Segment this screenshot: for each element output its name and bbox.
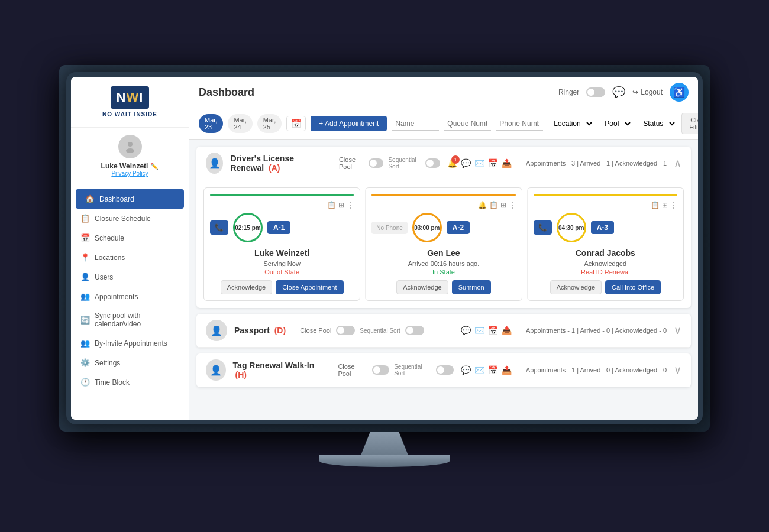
- ringer-toggle[interactable]: [586, 87, 605, 97]
- calendar-icon-button-tag-renewal[interactable]: 📅: [488, 365, 498, 375]
- sequential-sort-toggle-passport[interactable]: [405, 326, 424, 335]
- edit-icon[interactable]: ✏️: [150, 163, 159, 170]
- date-pill-mar25[interactable]: Mar, 25: [257, 114, 282, 133]
- sidebar-item-by-invite[interactable]: 👥 By-Invite Appointments: [71, 333, 189, 353]
- queue-badge-a2: A-2: [447, 221, 470, 234]
- message-icon-button[interactable]: ✉️: [474, 158, 484, 168]
- more-icon[interactable]: ⋮: [670, 201, 677, 209]
- acknowledge-button-a1[interactable]: Acknowledge: [221, 280, 272, 294]
- expand-button-tag-renewal[interactable]: ∨: [674, 364, 681, 377]
- sidebar-item-sync-pool[interactable]: 🔄 Sync pool with calendar/video: [71, 306, 189, 333]
- more-icon[interactable]: ⋮: [509, 201, 516, 209]
- phone-filter-input[interactable]: [496, 117, 543, 131]
- customer-note-a2: In State: [371, 268, 515, 275]
- svg-point-0: [128, 142, 133, 147]
- queue-controls: Close Pool Sequential Sort: [339, 156, 440, 170]
- customer-status-a1: Serving Now: [210, 260, 354, 267]
- queue-section-drivers-license: 👤 Driver's License Renewal (A) Close Poo…: [196, 147, 691, 308]
- call-into-office-button-a3[interactable]: Call Into Office: [605, 280, 661, 294]
- name-filter-input[interactable]: [392, 117, 439, 131]
- sequential-sort-label: Sequential Sort: [388, 157, 420, 170]
- status-filter-select[interactable]: Status: [637, 116, 677, 131]
- sidebar-item-locations[interactable]: 📍 Locations: [71, 248, 189, 267]
- privacy-policy-link[interactable]: Privacy Policy: [78, 170, 182, 177]
- stand-neck: [361, 432, 408, 455]
- sidebar-item-dashboard[interactable]: 🏠 Dashboard: [76, 189, 184, 209]
- collapse-button[interactable]: ∧: [674, 157, 681, 170]
- queue-name: Driver's License Renewal (A): [230, 154, 325, 173]
- queue-letter-passport: (D): [274, 326, 286, 335]
- chat-icon-button-tag-renewal[interactable]: 💬: [461, 365, 471, 375]
- users-icon: 👤: [80, 273, 90, 281]
- close-pool-toggle-passport[interactable]: [336, 326, 355, 335]
- sidebar-item-label: Users: [95, 273, 113, 281]
- more-icon[interactable]: ⋮: [347, 201, 354, 209]
- settings-icon: ⚙️: [80, 358, 90, 367]
- card-actions-a1: Acknowledge Close Appointment: [210, 280, 354, 294]
- chat-icon-button[interactable]: 💬: [461, 158, 471, 168]
- logout-icon: ↪: [632, 88, 638, 96]
- customer-note-a3: Real ID Renewal: [534, 268, 677, 275]
- phone-button-a3[interactable]: 📞: [534, 220, 552, 235]
- sidebar-item-users[interactable]: 👤 Users: [71, 267, 189, 287]
- message-icon-button-passport[interactable]: ✉️: [474, 326, 484, 335]
- queue-number-filter-input[interactable]: [444, 117, 491, 131]
- accessibility-button[interactable]: ♿: [670, 83, 689, 102]
- sequential-sort-toggle[interactable]: [425, 158, 440, 168]
- close-pool-label: Close Pool: [339, 156, 364, 170]
- date-pill-mar23[interactable]: Mar, 23: [199, 114, 223, 133]
- chat-icon-button-passport[interactable]: 💬: [461, 326, 471, 335]
- acknowledge-button-a3[interactable]: Acknowledge: [550, 280, 602, 294]
- acknowledge-button-a2[interactable]: Acknowledge: [396, 280, 448, 294]
- date-pill-mar24[interactable]: Mar, 24: [228, 114, 252, 133]
- sidebar-item-label: Locations: [95, 254, 125, 262]
- calendar-button[interactable]: 📅: [286, 116, 306, 131]
- close-pool-toggle[interactable]: [369, 158, 383, 168]
- customer-note-a1: Out of State: [210, 268, 354, 275]
- time-circle-a2: 03:00 pm: [412, 213, 442, 242]
- location-filter-select[interactable]: Location: [548, 116, 594, 131]
- phone-button-a1[interactable]: 📞: [210, 220, 228, 235]
- close-appointment-button-a1[interactable]: Close Appointment: [276, 280, 343, 294]
- share-icon-button-passport[interactable]: 📤: [502, 326, 512, 335]
- summon-button-a2[interactable]: Summon: [452, 280, 491, 294]
- close-pool-toggle-tag-renewal[interactable]: [372, 365, 390, 375]
- page-title: Dashboard: [199, 86, 254, 99]
- sidebar-item-schedule[interactable]: 📅 Schedule: [71, 228, 189, 248]
- card-time-row: No Phone 03:00 pm A-2: [371, 213, 515, 242]
- time-block-icon: 🕐: [80, 378, 90, 387]
- sequential-sort-toggle-tag-renewal[interactable]: [436, 365, 454, 375]
- queue-stats-tag-renewal: Appointments - 1 | Arrived - 0 | Acknowl…: [526, 366, 667, 374]
- pool-filter-select[interactable]: Pool: [599, 116, 632, 131]
- customer-name-a3: Conrad Jacobs: [534, 248, 677, 258]
- card-time-row: 📞 04:30 pm A-3: [534, 213, 677, 242]
- logo-area: NWI NO WAIT INSIDE: [71, 77, 189, 128]
- sidebar-item-appointments[interactable]: 👥 Appointments: [71, 287, 189, 306]
- calendar-icon-button[interactable]: 📅: [488, 158, 498, 168]
- closure-schedule-icon: 📋: [80, 214, 90, 223]
- add-appointment-button[interactable]: + Add Appointment: [311, 116, 387, 131]
- bell-badge-count: 1: [451, 155, 460, 164]
- share-icon-button-tag-renewal[interactable]: 📤: [502, 365, 512, 375]
- nav-menu: 🏠 Dashboard 📋 Closure Schedule 📅 Schedul…: [71, 184, 189, 420]
- calendar-icon-button-passport[interactable]: 📅: [488, 326, 498, 335]
- locations-icon: 📍: [80, 253, 90, 262]
- queue-letter-tag-renewal: (H): [235, 370, 246, 379]
- message-icon-button[interactable]: 💬: [612, 86, 625, 99]
- logout-button[interactable]: ↪ Logout: [632, 88, 663, 96]
- list-icon: 📋: [651, 201, 660, 209]
- sidebar-item-closure-schedule[interactable]: 📋 Closure Schedule: [71, 209, 189, 228]
- sidebar-item-label: Sync pool with calendar/video: [95, 312, 179, 328]
- sidebar-item-time-block[interactable]: 🕐 Time Block: [71, 372, 189, 392]
- sidebar-item-settings[interactable]: ⚙️ Settings: [71, 353, 189, 372]
- expand-button-passport[interactable]: ∨: [674, 324, 681, 337]
- monitor-stand: [59, 432, 710, 467]
- clear-filters-button[interactable]: Clear Filters: [681, 113, 698, 134]
- share-icon-button[interactable]: 📤: [502, 158, 512, 168]
- queue-avatar: 👤: [206, 153, 223, 174]
- message-icon-button-tag-renewal[interactable]: ✉️: [474, 365, 484, 375]
- queue-badge-a1: A-1: [267, 221, 290, 234]
- by-invite-icon: 👥: [80, 339, 90, 348]
- logo: NWI: [111, 86, 150, 109]
- appointment-card-a2: 🔔 📋 ⊞ ⋮ No Phone 03:00 pm A-2: [365, 187, 522, 301]
